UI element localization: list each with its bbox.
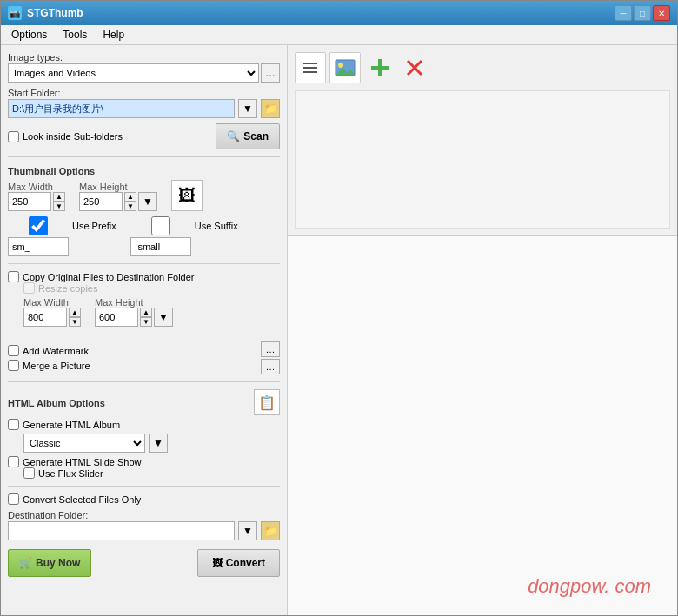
- convert-button[interactable]: 🖼 Convert: [197, 549, 280, 577]
- watermark-btns: … …: [261, 341, 280, 374]
- watermark-dots-btn-1[interactable]: …: [261, 341, 280, 357]
- use-suffix-checkbox[interactable]: [130, 216, 191, 235]
- use-suffix-row: Use Suffix: [130, 216, 238, 235]
- menu-options[interactable]: Options: [4, 27, 54, 43]
- image-view-btn[interactable]: [329, 52, 361, 83]
- suffix-input[interactable]: [130, 237, 191, 256]
- copy-width-input[interactable]: [23, 308, 67, 327]
- max-width-up[interactable]: ▲: [53, 192, 65, 202]
- start-folder-browse-btn[interactable]: 📁: [261, 99, 280, 118]
- use-prefix-label: Use Prefix: [72, 221, 116, 231]
- scan-icon: 🔍: [227, 130, 240, 142]
- start-folder-input[interactable]: [8, 99, 235, 118]
- right-bottom-panel: [288, 236, 677, 615]
- copy-original-row: Copy Original Files to Destination Folde…: [8, 271, 280, 282]
- copy-height-up[interactable]: ▲: [140, 308, 152, 317]
- max-dimensions-row: Max Width ▲ ▼ Max Height: [8, 180, 280, 211]
- copy-height-input[interactable]: [95, 308, 138, 327]
- max-height-down[interactable]: ▼: [124, 202, 136, 211]
- max-width-input[interactable]: [8, 192, 51, 211]
- image-types-label: Image types:: [8, 52, 280, 63]
- copy-width-up[interactable]: ▲: [69, 308, 81, 317]
- prefix-suffix-row: Use Prefix Use Suffix: [8, 216, 280, 256]
- copy-width-input-row: ▲ ▼: [23, 308, 81, 327]
- separator-1: [8, 156, 280, 157]
- add-watermark-row: Add Watermark: [8, 345, 90, 356]
- max-width-input-row: ▲ ▼: [8, 192, 65, 211]
- start-folder-row: ▼ 📁: [8, 99, 280, 118]
- generate-slideshow-checkbox[interactable]: [8, 456, 19, 467]
- destination-folder-dropdown-btn[interactable]: ▼: [238, 521, 257, 540]
- buy-now-icon: 🛒: [19, 557, 32, 569]
- minimize-button[interactable]: ─: [615, 5, 632, 21]
- use-suffix-label: Use Suffix: [195, 221, 238, 231]
- use-flux-checkbox[interactable]: [23, 467, 35, 479]
- copy-height-input-row: ▲ ▼ ▼: [95, 308, 173, 327]
- right-area: dongpow. com: [288, 45, 677, 615]
- max-height-label: Max Height: [79, 182, 157, 192]
- copy-original-section: Copy Original Files to Destination Folde…: [8, 271, 280, 327]
- copy-original-checkbox[interactable]: [8, 271, 19, 282]
- look-inside-checkbox[interactable]: [8, 131, 19, 142]
- destination-folder-input[interactable]: [8, 521, 235, 540]
- image-types-select[interactable]: Images and Videos: [8, 63, 259, 83]
- use-flux-label: Use Flux Slider: [38, 468, 103, 479]
- destination-folder-browse-btn[interactable]: 📁: [261, 521, 280, 540]
- bottom-buttons-row: 🛒 Buy Now 🖼 Convert: [8, 549, 280, 577]
- separator-3: [8, 334, 280, 334]
- destination-folder-section: Destination Folder: ▼ 📁: [8, 510, 280, 540]
- convert-selected-row: Convert Selected Files Only: [8, 493, 280, 505]
- use-prefix-row: Use Prefix: [8, 216, 116, 235]
- start-folder-section: Start Folder: ▼ 📁: [8, 88, 280, 118]
- html-style-dropdown-btn[interactable]: ▼: [149, 434, 168, 453]
- svg-point-4: [338, 63, 343, 68]
- copy-height-down[interactable]: ▼: [140, 317, 152, 327]
- image-view-icon: [335, 59, 356, 76]
- scan-button[interactable]: 🔍 Scan: [216, 123, 280, 149]
- remove-image-btn[interactable]: [399, 52, 430, 83]
- merge-picture-row: Merge a Picture: [8, 360, 90, 371]
- separator-5: [8, 486, 280, 487]
- image-types-row: Images and Videos …: [8, 63, 280, 83]
- destination-folder-label: Destination Folder:: [8, 510, 280, 520]
- list-view-btn[interactable]: [295, 52, 326, 83]
- thumbnail-settings-icon-btn[interactable]: 🖼: [171, 180, 203, 211]
- html-album-section: HTML Album Options 📋 Generate HTML Album…: [8, 389, 280, 479]
- convert-selected-checkbox[interactable]: [8, 493, 19, 505]
- buy-now-button[interactable]: 🛒 Buy Now: [8, 549, 91, 577]
- image-types-section: Image types: Images and Videos …: [8, 52, 280, 83]
- max-height-dropdown-btn[interactable]: ▼: [138, 192, 157, 211]
- prefix-input[interactable]: [8, 237, 69, 256]
- add-watermark-checkbox[interactable]: [8, 345, 19, 356]
- max-height-col: Max Height ▲ ▼ ▼: [79, 182, 157, 211]
- app-icon: 📷: [8, 6, 22, 20]
- image-types-btn[interactable]: …: [261, 63, 280, 83]
- copy-width-down[interactable]: ▼: [69, 317, 81, 327]
- copy-height-dropdown-btn[interactable]: ▼: [154, 308, 173, 327]
- max-width-label: Max Width: [8, 182, 65, 192]
- convert-label: Convert: [226, 557, 265, 569]
- max-height-input[interactable]: [79, 192, 123, 211]
- html-style-select[interactable]: Classic: [23, 434, 145, 453]
- window-title: STGThumb: [27, 7, 83, 19]
- html-album-label: HTML Album Options: [8, 398, 105, 408]
- convert-icon: 🖼: [212, 557, 223, 569]
- start-folder-dropdown-btn[interactable]: ▼: [238, 99, 257, 118]
- close-button[interactable]: ✕: [653, 5, 670, 21]
- use-prefix-checkbox[interactable]: [8, 216, 69, 235]
- add-image-btn[interactable]: [364, 52, 396, 83]
- menubar: Options Tools Help: [1, 25, 677, 45]
- resize-copies-checkbox[interactable]: [23, 282, 35, 294]
- menu-tools[interactable]: Tools: [56, 27, 94, 43]
- copy-dimensions-row: Max Width ▲ ▼ Max Height: [23, 297, 280, 327]
- max-height-up[interactable]: ▲: [124, 192, 136, 202]
- watermark-dots-btn-2[interactable]: …: [261, 359, 280, 374]
- menu-help[interactable]: Help: [96, 27, 131, 43]
- maximize-button[interactable]: □: [634, 5, 651, 21]
- thumbnail-options-section: Thumbnail Options Max Width ▲ ▼: [8, 164, 280, 211]
- merge-picture-checkbox[interactable]: [8, 360, 19, 371]
- max-width-down[interactable]: ▼: [53, 202, 65, 211]
- generate-html-checkbox[interactable]: [8, 419, 19, 430]
- html-album-settings-btn[interactable]: 📋: [254, 389, 280, 415]
- generate-html-label: Generate HTML Album: [23, 420, 120, 430]
